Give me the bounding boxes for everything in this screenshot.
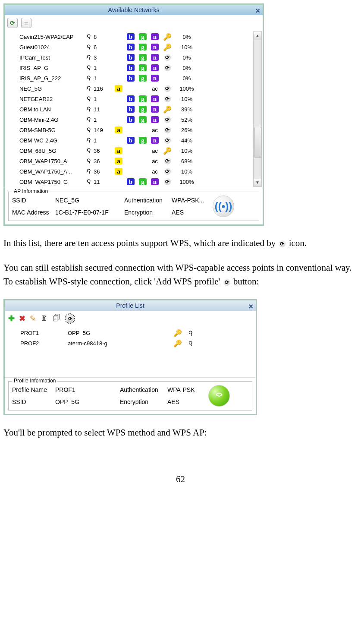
- profile-info-legend: Profile Information: [12, 378, 57, 384]
- signal-percent: 100%: [174, 85, 200, 92]
- std-g: g: [137, 106, 149, 113]
- channel: 1: [94, 96, 113, 102]
- refresh-button[interactable]: ⟳: [7, 18, 18, 28]
- std-g: g: [137, 95, 149, 102]
- signal-percent: 10%: [174, 96, 200, 102]
- ap-info-legend: AP Information: [12, 188, 50, 194]
- security-icon: ⟳: [161, 137, 174, 144]
- std-b: b: [125, 64, 137, 71]
- body-paragraph-3: You'll be prompted to select WPS method …: [3, 426, 358, 440]
- signal-icon: ⚲: [84, 95, 94, 102]
- std-b: b: [125, 116, 137, 123]
- std-a: a: [113, 147, 125, 154]
- network-row[interactable]: Guest01024⚲6bgn🔑10%: [7, 42, 251, 52]
- close-icon[interactable]: ×: [248, 301, 253, 312]
- std-n: n: [149, 106, 161, 113]
- security-icon: ⟳: [161, 126, 174, 133]
- key-icon: 🔑: [171, 329, 184, 337]
- add-button[interactable]: ✚: [8, 314, 15, 323]
- network-ssid: OBM-SMB-5G: [7, 127, 84, 133]
- import-button[interactable]: 🗎: [41, 314, 48, 323]
- network-row[interactable]: OBM_WAP1750_A⚲36aac⟳68%: [7, 156, 251, 166]
- network-row[interactable]: IRIS_AP_G_222⚲1bgn0%: [7, 73, 251, 83]
- std-n: ac: [149, 148, 161, 154]
- signal-percent: 0%: [174, 65, 200, 71]
- network-row[interactable]: OBM_WAP1750_A...⚲36aac⟳10%: [7, 166, 251, 177]
- signal-percent: 68%: [174, 158, 200, 164]
- network-row[interactable]: OBM-SMB-5G⚲149aac⟳26%: [7, 125, 251, 135]
- wps-icon: ⟳: [164, 116, 171, 123]
- network-ssid: IRIS_AP_G_222: [7, 75, 84, 82]
- export-button[interactable]: 🗐: [53, 314, 60, 323]
- scroll-thumb[interactable]: [254, 127, 261, 158]
- delete-button[interactable]: ✖: [19, 314, 25, 323]
- std-a: a: [113, 126, 125, 133]
- profile-toolbar: ✚ ✖ ✎ 🗎 🗐 ⟳: [5, 311, 256, 325]
- network-row[interactable]: OBM to LAN⚲11bgn🔑39%: [7, 104, 251, 114]
- std-n: n: [149, 44, 161, 51]
- security-icon: ⟳: [161, 178, 174, 185]
- network-row[interactable]: OBM_68U_5G⚲36aac🔑10%: [7, 145, 251, 156]
- network-row[interactable]: OBM-WC-2.4G⚲1bgn⟳44%: [7, 135, 251, 145]
- network-row[interactable]: OBM_WAP1750_G⚲11bgn⟳100%: [7, 177, 251, 187]
- signal-percent: 44%: [174, 137, 200, 144]
- security-icon: ⟳: [161, 158, 174, 164]
- toolbar: ⟳ ≣: [5, 15, 263, 31]
- network-row[interactable]: OBM-Mini-2.4G⚲1bgn⟳52%: [7, 114, 251, 125]
- std-g: g: [137, 75, 149, 82]
- value-auth: WPA-PSK: [167, 386, 206, 393]
- close-icon[interactable]: ×: [255, 6, 260, 16]
- std-n: n: [149, 75, 161, 82]
- list-icon: ≣: [24, 19, 29, 26]
- std-n: n: [149, 178, 161, 185]
- value-enc: AES: [172, 209, 210, 216]
- network-row[interactable]: NETGEAR22⚲1bgn⟳10%: [7, 94, 251, 104]
- add-wps-profile-button[interactable]: ⟳: [65, 313, 75, 324]
- page-number: 62: [3, 474, 358, 485]
- network-ssid: Gavin215-WPA2/EAP: [7, 34, 84, 40]
- std-g: g: [137, 33, 149, 40]
- signal-percent: 10%: [174, 148, 200, 154]
- edit-button[interactable]: ✎: [30, 314, 36, 323]
- std-n: n: [149, 116, 161, 123]
- signal-icon: ⚲: [184, 330, 197, 337]
- network-ssid: OBM to LAN: [7, 106, 84, 113]
- signal-icon: ⚲: [84, 54, 94, 61]
- security-icon: ⟳: [161, 168, 174, 175]
- std-n: ac: [149, 158, 161, 164]
- network-row[interactable]: NEC_5G⚲116aac⟳100%: [7, 83, 251, 94]
- network-row[interactable]: Gavin215-WPA2/EAP⚲8bgn🔑0%: [7, 32, 251, 42]
- std-g: g: [137, 116, 149, 123]
- profile-ssid: OPP_5G: [68, 330, 171, 336]
- channel: 36: [94, 158, 113, 164]
- std-n: ac: [149, 127, 161, 133]
- std-n: n: [149, 33, 161, 40]
- std-g: g: [137, 64, 149, 71]
- scrollbar[interactable]: ▲ ▼: [253, 32, 262, 187]
- scroll-up-icon[interactable]: ▲: [254, 32, 261, 40]
- value-mac: 1C-B1-7F-E0-07-1F: [55, 209, 124, 216]
- wifi-active-icon: ⌔: [208, 385, 230, 407]
- network-row[interactable]: IRIS_AP_G⚲1bgn⟳0%: [7, 63, 251, 73]
- wps-icon: ⟳: [279, 240, 286, 247]
- window-title: Available Networks: [108, 6, 160, 13]
- channel: 1: [94, 137, 113, 144]
- profile-row[interactable]: PROF2aterm-c98418-g🔑⚲: [7, 338, 253, 349]
- std-g: g: [137, 44, 149, 51]
- list-view-button[interactable]: ≣: [21, 18, 31, 28]
- profile-row[interactable]: PROF1OPP_5G🔑⚲: [7, 328, 253, 338]
- wps-icon: ⟳: [164, 178, 171, 185]
- value-auth: WPA-PSK...: [172, 197, 210, 204]
- scroll-down-icon[interactable]: ▼: [254, 179, 261, 186]
- network-row[interactable]: IPCam_Test⚲3bgn⟳0%: [7, 52, 251, 63]
- ap-info-box: AP Information SSID NEC_5G Authenticatio…: [8, 192, 259, 221]
- profile-name: PROF1: [7, 330, 68, 336]
- signal-percent: 0%: [174, 54, 200, 61]
- value-enc: AES: [167, 398, 206, 405]
- profile-name: PROF2: [7, 340, 68, 347]
- std-a: a: [113, 168, 125, 175]
- titlebar: Available Networks ×: [5, 5, 263, 15]
- network-ssid: OBM-WC-2.4G: [7, 137, 84, 144]
- std-n: ac: [149, 168, 161, 175]
- signal-percent: 0%: [174, 34, 200, 40]
